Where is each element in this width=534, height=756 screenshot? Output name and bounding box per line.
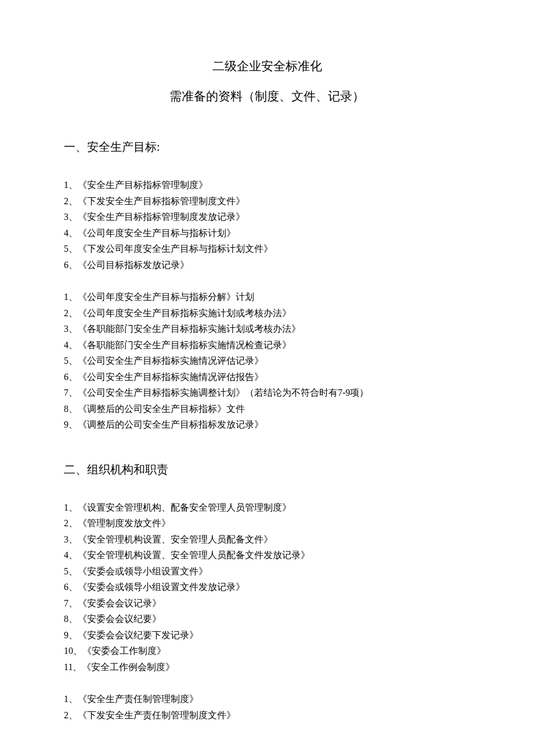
list-group-2a: 1、《设置安全管理机构、配备安全管理人员管理制度》 2、《管理制度发放文件》 3… (64, 500, 470, 675)
list-item: 10、《安委会工作制度》 (64, 643, 470, 659)
list-item: 1、《安全生产责任制管理制度》 (64, 691, 470, 707)
list-group-1b: 1、《公司年度安全生产目标与指标分解》计划 2、《公司年度安全生产目标指标实施计… (64, 289, 470, 433)
list-item: 2、《下发安全生产责任制管理制度文件》 (64, 707, 470, 724)
list-item: 4、《公司年度安全生产目标与指标计划》 (64, 225, 470, 241)
list-item: 11、《安全工作例会制度》 (64, 659, 470, 675)
list-item: 5、《公司安全生产目标指标实施情况评估记录》 (64, 353, 470, 369)
list-group-1a: 1、《安全生产目标指标管理制度》 2、《下发安全生产目标指标管理制度文件》 3、… (64, 177, 470, 273)
list-item: 6、《安委会或领导小组设置文件发放记录》 (64, 579, 470, 595)
list-item: 4、《安全管理机构设置、安全管理人员配备文件发放记录》 (64, 547, 470, 563)
list-item: 1、《公司年度安全生产目标与指标分解》计划 (64, 289, 470, 305)
list-item: 3、《各职能部门安全生产目标指标实施计划或考核办法》 (64, 321, 470, 337)
list-item: 2、《管理制度发放文件》 (64, 515, 470, 531)
list-item: 8、《安委会会议纪要》 (64, 611, 470, 627)
list-item: 5、《安委会或领导小组设置文件》 (64, 563, 470, 580)
list-item: 7、《公司安全生产目标指标实施调整计划》（若结论为不符合时有7-9项） (64, 385, 470, 401)
list-item: 2、《公司年度安全生产目标指标实施计划或考核办法》 (64, 305, 470, 321)
list-item: 1、《安全生产目标指标管理制度》 (64, 177, 470, 193)
section-heading-2: 二、组织机构和职责 (64, 462, 470, 478)
list-item: 3、《安全生产目标指标管理制度发放记录》 (64, 209, 470, 225)
document-title: 二级企业安全标准化 (64, 58, 470, 74)
list-item: 3、《安全管理机构设置、安全管理人员配备文件》 (64, 531, 470, 548)
list-item: 5、《下发公司年度安全生产目标与指标计划文件》 (64, 241, 470, 257)
list-item: 8、《调整后的公司安全生产目标指标》文件 (64, 401, 470, 417)
list-item: 6、《公司目标指标发放记录》 (64, 257, 470, 273)
list-group-2b: 1、《安全生产责任制管理制度》 2、《下发安全生产责任制管理制度文件》 (64, 691, 470, 723)
list-item: 2、《下发安全生产目标指标管理制度文件》 (64, 193, 470, 209)
section-heading-1: 一、安全生产目标: (64, 139, 470, 155)
list-item: 6、《公司安全生产目标指标实施情况评估报告》 (64, 369, 470, 385)
list-item: 4、《各职能部门安全生产目标指标实施情况检查记录》 (64, 337, 470, 353)
document-subtitle: 需准备的资料（制度、文件、记录） (64, 88, 470, 104)
list-item: 1、《设置安全管理机构、配备安全管理人员管理制度》 (64, 500, 470, 516)
list-item: 9、《安委会会议纪要下发记录》 (64, 627, 470, 643)
list-item: 7、《安委会会议记录》 (64, 595, 470, 612)
list-item: 9、《调整后的公司安全生产目标指标发放记录》 (64, 417, 470, 433)
